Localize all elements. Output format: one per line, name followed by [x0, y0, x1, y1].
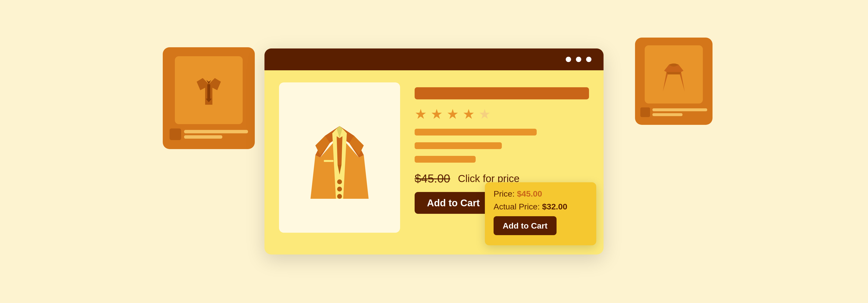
popup-actual-price-row: Actual Price: $32.00 [494, 202, 588, 211]
popup-actual-price-value: $32.00 [542, 202, 567, 211]
popup-price-value: $45.00 [517, 189, 542, 198]
product-title-bar [414, 87, 589, 100]
price-popup: Price: $45.00 Actual Price: $32.00 Add t… [485, 182, 596, 245]
star-3: ★ [446, 106, 459, 122]
svg-rect-6 [324, 160, 334, 162]
shirt-icon [189, 71, 228, 110]
browser-content: ★ ★ ★ ★ ★ $45.00 Click for price Add to … [265, 70, 603, 254]
right-card-lines [652, 108, 707, 116]
left-card-bottom [167, 129, 250, 140]
browser-titlebar [265, 49, 603, 70]
dress-icon [658, 55, 689, 94]
right-card-line-2 [652, 113, 682, 116]
star-1: ★ [414, 106, 427, 122]
titlebar-dot-2 [576, 57, 581, 62]
scene: ★ ★ ★ ★ ★ $45.00 Click for price Add to … [144, 18, 724, 285]
svg-point-4 [337, 187, 342, 192]
svg-point-3 [337, 180, 342, 184]
left-card-image-box [175, 56, 243, 124]
right-card-line-1 [652, 108, 707, 111]
left-product-card[interactable] [163, 47, 255, 149]
right-card-image-box [645, 45, 703, 104]
left-card-line-2 [184, 135, 222, 139]
detail-line-2 [414, 142, 502, 149]
popup-price-label: Price: [494, 189, 515, 198]
popup-price-row: Price: $45.00 [494, 189, 588, 198]
right-product-card[interactable] [635, 37, 713, 125]
left-card-thumbnail [169, 129, 181, 140]
original-price: $45.00 [414, 172, 450, 185]
star-4: ★ [463, 106, 475, 122]
main-add-to-cart-button[interactable]: Add to Cart [414, 192, 492, 214]
star-5-empty: ★ [478, 106, 491, 122]
star-2: ★ [431, 106, 443, 122]
product-details: ★ ★ ★ ★ ★ $45.00 Click for price Add to … [414, 82, 589, 242]
svg-point-5 [337, 194, 342, 199]
product-image-area [279, 82, 400, 233]
suit-icon [301, 107, 378, 209]
titlebar-dot-1 [566, 57, 571, 62]
stars-row: ★ ★ ★ ★ ★ [414, 106, 589, 122]
popup-actual-price-label: Actual Price: [494, 202, 540, 211]
popup-add-to-cart-button[interactable]: Add to Cart [494, 216, 557, 235]
svg-rect-0 [207, 84, 210, 101]
left-card-line-1 [184, 130, 248, 133]
right-card-bottom [639, 107, 709, 117]
titlebar-dot-3 [586, 57, 591, 62]
detail-line-1 [414, 129, 537, 136]
browser-window: ★ ★ ★ ★ ★ $45.00 Click for price Add to … [265, 49, 603, 254]
detail-line-3 [414, 156, 476, 163]
right-card-thumbnail [640, 107, 650, 117]
left-card-lines [184, 130, 248, 139]
